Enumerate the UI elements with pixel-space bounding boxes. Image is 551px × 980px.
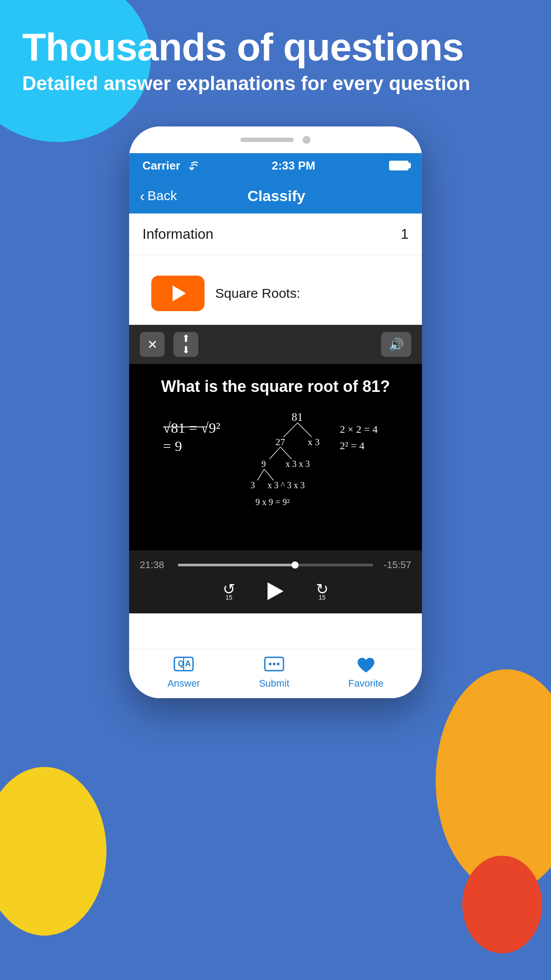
svg-line-13 (264, 469, 274, 480)
progress-bar-container: 21:38 -15:57 (140, 559, 411, 571)
info-label: Information (142, 226, 213, 242)
progress-fill (178, 564, 295, 566)
tab-favorite[interactable]: Favorite (348, 656, 383, 689)
svg-point-29 (273, 663, 276, 665)
forward-button[interactable]: ↻ 15 (311, 580, 333, 602)
nav-title: Classify (177, 187, 376, 205)
back-chevron-icon: ‹ (140, 187, 145, 205)
svg-text:x 3: x 3 (307, 437, 319, 447)
svg-text:9: 9 (261, 459, 266, 469)
play-icon (268, 582, 283, 600)
svg-text:27: 27 (276, 437, 285, 447)
video-row: Square Roots: (142, 276, 409, 311)
svg-text:15: 15 (225, 594, 232, 601)
tab-answer[interactable]: Q A Answer (167, 656, 200, 689)
submit-tab-label: Submit (259, 678, 289, 689)
video-controls-bottom: 21:38 -15:57 ↺ 15 (129, 550, 422, 613)
answer-tab-label: Answer (167, 678, 200, 689)
playback-controls: ↺ 15 ↻ 15 (140, 578, 411, 605)
header-section: Thousands of questions Detailed answer e… (0, 0, 551, 113)
status-right (389, 161, 409, 170)
svg-text:A: A (185, 659, 191, 668)
svg-text:15: 15 (319, 594, 326, 601)
resize-video-button[interactable]: ⬆⬇ (173, 332, 198, 357)
svg-text:= 9: = 9 (163, 438, 182, 454)
background-blob-bl (0, 767, 106, 936)
svg-text:x 3 x 3: x 3 x 3 (286, 459, 310, 469)
resize-icon: ⬆⬇ (182, 333, 190, 356)
svg-line-9 (280, 447, 291, 459)
progress-thumb (291, 561, 299, 569)
svg-line-8 (269, 447, 280, 459)
progress-bar[interactable] (178, 564, 373, 566)
video-controls-top: ✕ ⬆⬇ 🔊 (129, 325, 422, 364)
svg-line-5 (298, 423, 312, 437)
battery-icon (389, 161, 409, 170)
status-left: Carrier (142, 159, 198, 173)
video-question: What is the square root of 81? (161, 377, 390, 396)
info-row: Information 1 (129, 213, 422, 255)
content-area: Information 1 Square Roots: (129, 213, 422, 698)
back-label: Back (147, 188, 177, 203)
answer-icon: Q A (173, 656, 194, 674)
svg-line-12 (257, 469, 264, 480)
svg-text:3: 3 (251, 481, 255, 490)
phone-mockup: Carrier 2:33 PM ‹ Back Classify (129, 126, 422, 698)
carrier-label: Carrier (142, 159, 180, 173)
phone-camera (303, 136, 311, 144)
wifi-icon (185, 161, 198, 170)
svg-text:2² = 4: 2² = 4 (340, 440, 365, 451)
phone-speaker (240, 138, 294, 142)
play-pause-button[interactable] (262, 578, 289, 605)
status-bar: Carrier 2:33 PM (129, 153, 422, 178)
phone-container: Carrier 2:33 PM ‹ Back Classify (0, 126, 551, 698)
video-player: ✕ ⬆⬇ 🔊 What is the square root of 81? (129, 325, 422, 613)
submit-icon (264, 656, 284, 674)
status-time: 2:33 PM (272, 159, 315, 173)
svg-text:81: 81 (291, 411, 303, 423)
svg-line-4 (283, 423, 298, 437)
sub-title: Detailed answer explanations for every q… (22, 72, 529, 95)
forward-icon: ↻ 15 (311, 580, 333, 602)
info-number: 1 (401, 226, 409, 242)
rewind-button[interactable]: ↺ 15 (218, 580, 240, 602)
bottom-spacer (129, 613, 422, 649)
heart-icon (356, 656, 376, 674)
close-icon: ✕ (147, 337, 157, 352)
nav-bar: ‹ Back Classify (129, 178, 422, 213)
svg-point-28 (269, 663, 272, 665)
close-video-button[interactable]: ✕ (140, 332, 165, 357)
svg-text:Q: Q (178, 659, 184, 668)
phone-top (129, 126, 422, 153)
time-current: 21:38 (140, 559, 171, 571)
svg-text:√81 = √9²: √81 = √9² (163, 420, 220, 436)
back-button[interactable]: ‹ Back (140, 187, 177, 205)
main-title: Thousands of questions (22, 27, 529, 67)
svg-text:2 × 2 = 4: 2 × 2 = 4 (340, 424, 378, 435)
time-remaining: -15:57 (380, 559, 411, 571)
svg-text:9  x  9  =  9²: 9 x 9 = 9² (256, 498, 290, 507)
square-roots-label: Square Roots: (215, 286, 300, 301)
video-preview-area: Square Roots: (129, 255, 422, 325)
math-diagram: √81 = √9² = 9 81 27 x 3 9 x 3 x 3 (142, 405, 409, 541)
tab-submit[interactable]: Submit (259, 656, 289, 689)
volume-button[interactable]: 🔊 (381, 332, 411, 357)
play-triangle-icon (173, 285, 186, 301)
youtube-play-button[interactable] (151, 276, 205, 311)
svg-point-30 (277, 663, 279, 665)
video-content: What is the square root of 81? √81 = √9²… (129, 364, 422, 550)
video-ctrl-left: ✕ ⬆⬇ (140, 332, 198, 357)
favorite-tab-label: Favorite (348, 678, 383, 689)
background-blob-br2 (462, 856, 542, 953)
volume-icon: 🔊 (389, 337, 404, 352)
svg-text:x 3 ^ 3 x 3: x 3 ^ 3 x 3 (268, 481, 305, 490)
rewind-icon: ↺ 15 (218, 580, 240, 602)
tab-bar: Q A Answer Submit (129, 649, 422, 698)
